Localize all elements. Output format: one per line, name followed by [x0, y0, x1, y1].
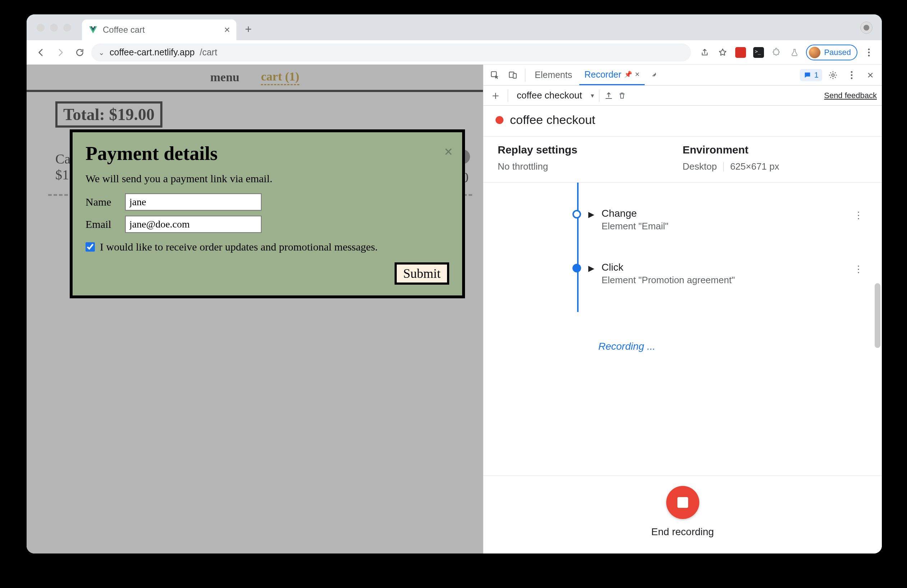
tab-close-icon[interactable]: ×: [224, 25, 230, 35]
timeline-rail: [577, 183, 578, 312]
back-button[interactable]: [33, 45, 49, 60]
promo-checkbox[interactable]: [85, 242, 95, 252]
pin-icon[interactable]: 📌: [624, 70, 632, 79]
window-controls: [37, 24, 71, 32]
tab-recorder-close-icon[interactable]: ×: [635, 70, 639, 79]
new-recording-button[interactable]: ＋: [488, 88, 503, 104]
end-recording-section: End recording: [483, 476, 882, 553]
svg-rect-5: [513, 73, 516, 78]
profile-paused-chip[interactable]: Paused: [806, 45, 857, 60]
issues-chip[interactable]: 1: [800, 69, 822, 81]
scrollbar-thumb[interactable]: [875, 283, 880, 348]
step-dot-icon: [572, 264, 581, 272]
url-host: coffee-cart.netlify.app: [110, 47, 195, 58]
recording-title: coffee checkout: [510, 113, 595, 127]
chrome-menu-kebab-icon[interactable]: [862, 46, 875, 59]
step-subtitle: Element "Email": [601, 221, 847, 232]
chrome-toolbar: ⌄ coffee-cart.netlify.app/cart: [27, 40, 882, 65]
tab-title: Coffee cart: [103, 25, 145, 35]
reload-button[interactable]: [72, 45, 88, 60]
webpage-pane: menu cart (1) Total: $19.00 Ca $1 00 x: [27, 65, 483, 553]
environment-size: 625×671 px: [730, 161, 779, 172]
modal-close-icon[interactable]: ×: [444, 143, 453, 160]
recording-indicator-icon: [495, 116, 503, 124]
email-label: Email: [85, 218, 118, 231]
submit-button[interactable]: Submit: [394, 263, 449, 285]
payment-modal: × Payment details We will send you a pay…: [70, 130, 465, 298]
more-tabs-chevrons-icon[interactable]: [647, 67, 663, 83]
paused-label: Paused: [824, 48, 851, 57]
devtools-settings-gear-icon[interactable]: [825, 67, 841, 83]
site-info-chevron-icon[interactable]: ⌄: [98, 48, 104, 57]
recording-title-row: coffee checkout: [483, 106, 882, 136]
address-bar[interactable]: ⌄ coffee-cart.netlify.app/cart: [91, 43, 691, 61]
end-recording-button[interactable]: [666, 486, 699, 519]
email-field[interactable]: [125, 216, 261, 233]
chrome-tabstrip: Coffee cart × +: [27, 14, 882, 40]
step-subtitle: Element "Promotion agreement": [601, 275, 847, 286]
name-field[interactable]: [125, 193, 261, 211]
extensions-puzzle-icon[interactable]: [770, 46, 783, 59]
promo-label: I would like to receive order updates an…: [100, 241, 378, 253]
modal-subtitle: We will send you a payment link via emai…: [85, 173, 449, 185]
modal-title: Payment details: [85, 142, 449, 165]
browser-tab[interactable]: Coffee cart ×: [82, 19, 236, 40]
new-tab-button[interactable]: +: [239, 20, 257, 38]
send-feedback-link[interactable]: Send feedback: [824, 91, 877, 100]
profile-badge-icon[interactable]: [860, 22, 872, 34]
svg-point-2: [868, 54, 870, 56]
svg-point-0: [868, 48, 870, 50]
forward-button[interactable]: [53, 45, 68, 60]
step-row[interactable]: ▶ Change Element "Email" ⋮: [572, 208, 863, 232]
browser-window: Coffee cart × + ⌄ coffee-cart.netlify.ap…: [27, 14, 882, 553]
step-menu-kebab-icon[interactable]: ⋮: [854, 210, 863, 221]
recording-settings: Replay settings No throttling Environmen…: [483, 136, 882, 183]
replay-settings-heading: Replay settings: [498, 144, 683, 156]
inspect-element-icon[interactable]: [487, 67, 503, 83]
extension-red-icon[interactable]: [734, 46, 747, 59]
window-min-dot[interactable]: [50, 24, 58, 32]
svg-point-9: [851, 77, 853, 79]
environment-device: Desktop: [683, 161, 717, 172]
tab-recorder[interactable]: Recorder 📌 ×: [579, 65, 645, 85]
svg-point-6: [832, 74, 835, 76]
environment-heading: Environment: [683, 144, 868, 156]
tab-elements[interactable]: Elements: [530, 65, 577, 85]
step-dot-icon: [572, 210, 581, 218]
share-icon[interactable]: [698, 46, 711, 59]
bookmark-star-icon[interactable]: [716, 46, 729, 59]
step-title: Click: [601, 262, 847, 273]
svg-point-1: [868, 51, 870, 53]
avatar-icon: [809, 47, 820, 58]
replay-settings-value[interactable]: No throttling: [498, 161, 683, 172]
recording-selector[interactable]: coffee checkout: [513, 90, 586, 101]
name-label: Name: [85, 196, 118, 208]
recording-selector-chevron-icon[interactable]: ▾: [591, 92, 594, 99]
device-toolbar-icon[interactable]: [505, 67, 521, 83]
recording-status: Recording ...: [598, 341, 655, 352]
url-path: /cart: [200, 47, 217, 58]
step-expand-chevron-icon[interactable]: ▶: [588, 210, 595, 219]
svg-point-7: [851, 71, 853, 73]
extension-terminal-icon[interactable]: [752, 46, 765, 59]
window-max-dot[interactable]: [63, 24, 71, 32]
issues-count: 1: [814, 70, 819, 80]
devtools-menu-kebab-icon[interactable]: [844, 67, 860, 83]
window-close-dot[interactable]: [37, 24, 45, 32]
svg-point-8: [851, 74, 853, 76]
delete-recording-icon[interactable]: [618, 91, 626, 100]
devtools-pane: Elements Recorder 📌 × 1: [483, 65, 882, 553]
vue-favicon-icon: [88, 25, 98, 35]
step-title: Change: [601, 208, 847, 219]
devtools-tabbar: Elements Recorder 📌 × 1: [483, 65, 882, 85]
stop-icon: [677, 497, 688, 508]
labs-flask-icon[interactable]: [788, 46, 801, 59]
devtools-close-icon[interactable]: ×: [862, 67, 878, 83]
step-menu-kebab-icon[interactable]: ⋮: [854, 264, 863, 275]
end-recording-label: End recording: [651, 526, 714, 538]
recording-steps: ▶ Change Element "Email" ⋮ ▶ Click Eleme…: [483, 183, 882, 476]
export-recording-icon[interactable]: [604, 91, 613, 100]
step-expand-chevron-icon[interactable]: ▶: [588, 264, 595, 273]
recorder-toolbar: ＋ coffee checkout ▾ Send feedback: [483, 85, 882, 106]
step-row[interactable]: ▶ Click Element "Promotion agreement" ⋮: [572, 262, 863, 286]
